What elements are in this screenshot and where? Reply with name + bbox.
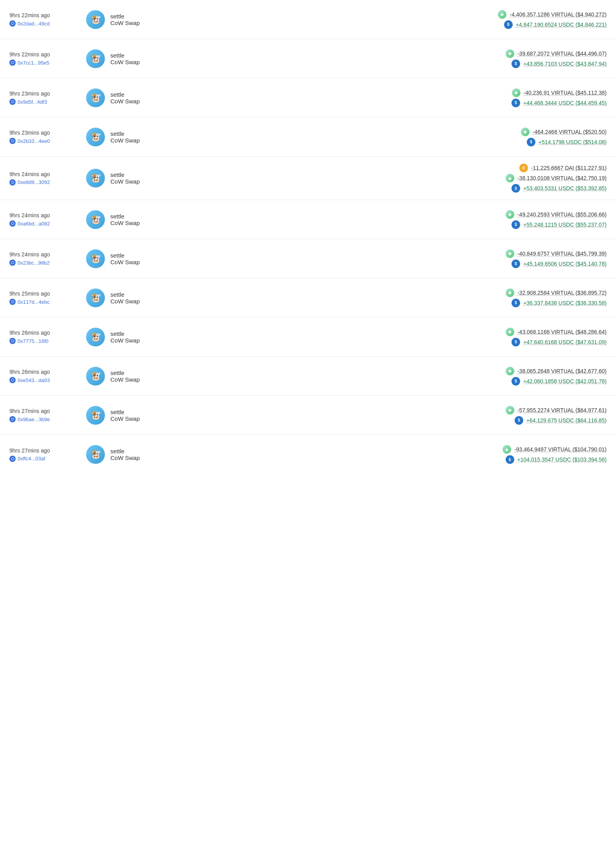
token-amount[interactable]: -32,908.2584 VIRTUAL ($36,895.72) <box>517 290 607 296</box>
token-line: ◆-464.2468 VIRTUAL ($520.50) <box>521 128 607 136</box>
tx-hash[interactable]: ⬡0x117d...4ebc <box>9 299 80 305</box>
virtual-icon: ◆ <box>506 49 514 58</box>
tx-hash[interactable]: ⬡0x7cc1...95e5 <box>9 59 80 66</box>
left-section: 9hrs 22mins ago⬡0x7cc1...95e5 <box>9 51 80 66</box>
tx-hash[interactable]: ⬡0x23bc...98b2 <box>9 260 80 266</box>
token-amount[interactable]: -38,065.2648 VIRTUAL ($42,677.60) <box>517 368 607 374</box>
token-amount[interactable]: +43,856.7103 USDC ($43,847.94) <box>523 61 607 67</box>
token-line: $+44,468.3444 USDC ($44,459.45) <box>512 99 607 107</box>
token-amount[interactable]: -40,236.91 VIRTUAL ($45,112.38) <box>524 90 607 96</box>
right-section: ◆-93,464.9497 VIRTUAL ($104,790.01)$+104… <box>503 445 607 464</box>
token-amount[interactable]: -38,130.0108 VIRTUAL ($42,750.19) <box>517 175 607 181</box>
token-amount[interactable]: -93,464.9497 VIRTUAL ($104,790.01) <box>514 446 607 453</box>
tx-hash-text: 0x2dad...49cd <box>18 21 50 27</box>
tx-hash-text: 0x117d...4ebc <box>18 299 50 305</box>
tx-hash[interactable]: ⬡0x2dad...49cd <box>9 20 80 27</box>
virtual-icon: ◆ <box>506 367 514 375</box>
token-amount[interactable]: +4,847,190.6524 USDC ($4,846,221) <box>516 22 607 28</box>
token-line: $+104,015.3547 USDC ($103,394.56) <box>506 455 607 464</box>
token-line: $+47,640.6168 USDC ($47,631.09) <box>512 338 607 346</box>
middle-section: 🐮settleCoW Swap <box>86 10 164 29</box>
tx-hash-text: 0x2b33...4ee0 <box>18 138 50 144</box>
token-amount[interactable]: -49,240.2593 VIRTUAL ($55,206.66) <box>517 211 607 218</box>
token-amount[interactable]: +36,337.8438 USDC ($36,330.58) <box>523 300 607 306</box>
left-section: 9hrs 24mins ago⬡0xa6bd...a082 <box>9 212 80 227</box>
cow-avatar: 🐮 <box>86 406 105 425</box>
token-line: $+45,149.6506 USDC ($45,140.78) <box>512 260 607 268</box>
cow-avatar: 🐮 <box>86 169 105 188</box>
action-text-settle: settle <box>110 13 140 20</box>
cow-avatar: 🐮 <box>86 128 105 146</box>
cow-avatar: 🐮 <box>86 210 105 229</box>
right-section: D-11,225.6667 DAI ($11,227.91)◆-38,130.0… <box>506 164 607 193</box>
tx-hash[interactable]: ⬡0xa6bd...a082 <box>9 220 80 227</box>
right-section: ◆-43,068.1168 VIRTUAL ($48,286.64)$+47,6… <box>506 328 607 346</box>
token-amount[interactable]: -43,068.1168 VIRTUAL ($48,286.64) <box>517 329 607 335</box>
cow-avatar: 🐮 <box>86 328 105 346</box>
tx-hash[interactable]: ⬡0xffc4...03af <box>9 456 80 462</box>
tx-hash-icon: ⬡ <box>9 377 16 383</box>
usdc-icon: $ <box>512 59 520 68</box>
token-amount[interactable]: -4,406,357.1286 VIRTUAL ($4,940,272) <box>510 11 607 18</box>
right-section: ◆-32,908.2584 VIRTUAL ($36,895.72)$+36,3… <box>506 288 607 307</box>
token-amount[interactable]: +64,129.675 USDC ($64,116.85) <box>526 417 607 424</box>
action-text-cowswap: CoW Swap <box>110 415 140 422</box>
table-row: 9hrs 27mins ago⬡0x96ae...3b9e🐮settleCoW … <box>0 396 616 435</box>
action-text-settle: settle <box>110 171 140 178</box>
virtual-icon: ◆ <box>506 288 514 297</box>
time-ago: 9hrs 23mins ago <box>9 130 80 136</box>
left-section: 9hrs 24mins ago⬡0x23bc...98b2 <box>9 251 80 266</box>
tx-hash-icon: ⬡ <box>9 338 16 344</box>
right-section: ◆-38,065.2648 VIRTUAL ($42,677.60)$+42,0… <box>506 367 607 386</box>
token-amount[interactable]: +104,015.3547 USDC ($103,394.56) <box>517 456 607 463</box>
tx-hash-text: 0x7cc1...95e5 <box>18 60 49 66</box>
tx-hash-icon: ⬡ <box>9 179 16 186</box>
token-amount[interactable]: +45,149.6506 USDC ($45,140.78) <box>523 261 607 267</box>
token-line: ◆-57,955.2274 VIRTUAL ($64,977.61) <box>506 406 607 415</box>
token-amount[interactable]: -40,849.6757 VIRTUAL ($45,799.39) <box>517 251 607 257</box>
usdc-icon: $ <box>512 99 520 107</box>
token-amount[interactable]: -57,955.2274 VIRTUAL ($64,977.61) <box>517 407 607 413</box>
tx-hash[interactable]: ⬡0x7775...16f0 <box>9 338 80 344</box>
action-text-cowswap: CoW Swap <box>110 298 140 305</box>
time-ago: 9hrs 24mins ago <box>9 212 80 218</box>
usdc-icon: $ <box>504 20 513 29</box>
tx-hash[interactable]: ⬡0x96ae...3b9e <box>9 416 80 422</box>
left-section: 9hrs 27mins ago⬡0xffc4...03af <box>9 447 80 462</box>
token-amount[interactable]: +514.1798 USDC ($514.08) <box>539 139 607 145</box>
usdc-icon: $ <box>512 299 520 307</box>
middle-section: 🐮settleCoW Swap <box>86 328 164 346</box>
token-amount[interactable]: -11,225.6667 DAI ($11,227.91) <box>531 165 607 171</box>
virtual-icon: ◆ <box>506 174 514 182</box>
tx-hash[interactable]: ⬡0xe8d9...3092 <box>9 179 80 186</box>
token-amount[interactable]: -464.2468 VIRTUAL ($520.50) <box>533 129 607 135</box>
virtual-icon: ◆ <box>512 88 521 97</box>
action-text-settle: settle <box>110 213 140 220</box>
action-text-settle: settle <box>110 52 140 59</box>
table-row: 9hrs 24mins ago⬡0xa6bd...a082🐮settleCoW … <box>0 200 616 239</box>
token-amount[interactable]: +47,640.6168 USDC ($47,631.09) <box>523 339 607 345</box>
right-section: ◆-49,240.2593 VIRTUAL ($55,206.66)$+55,2… <box>506 210 607 229</box>
action-label: settleCoW Swap <box>110 52 140 65</box>
action-label: settleCoW Swap <box>110 291 140 305</box>
tx-hash[interactable]: ⬡0x9d5f...4df3 <box>9 99 80 105</box>
token-amount[interactable]: -39,687.2072 VIRTUAL ($44,496.07) <box>517 50 607 57</box>
token-amount[interactable]: +55,248.1215 USDC ($55,237.07) <box>523 222 607 228</box>
tx-hash[interactable]: ⬡0xe543...da03 <box>9 377 80 383</box>
token-line: $+36,337.8438 USDC ($36,330.58) <box>512 299 607 307</box>
action-text-cowswap: CoW Swap <box>110 178 140 185</box>
token-amount[interactable]: +53,403.5331 USDC ($53,392.85) <box>523 185 607 191</box>
tx-hash-text: 0xe543...da03 <box>18 377 50 383</box>
tx-hash-icon: ⬡ <box>9 20 16 27</box>
action-label: settleCoW Swap <box>110 130 140 144</box>
time-ago: 9hrs 27mins ago <box>9 408 80 414</box>
usdc-icon: $ <box>512 338 520 346</box>
action-text-settle: settle <box>110 252 140 259</box>
token-line: ◆-38,065.2648 VIRTUAL ($42,677.60) <box>506 367 607 375</box>
token-amount[interactable]: +42,060.1858 USDC ($42,051.78) <box>523 378 607 384</box>
tx-hash[interactable]: ⬡0x2b33...4ee0 <box>9 138 80 144</box>
action-text-cowswap: CoW Swap <box>110 376 140 383</box>
virtual-icon: ◆ <box>521 128 530 136</box>
token-line: ◆-32,908.2584 VIRTUAL ($36,895.72) <box>506 288 607 297</box>
token-amount[interactable]: +44,468.3444 USDC ($44,459.45) <box>523 100 607 106</box>
